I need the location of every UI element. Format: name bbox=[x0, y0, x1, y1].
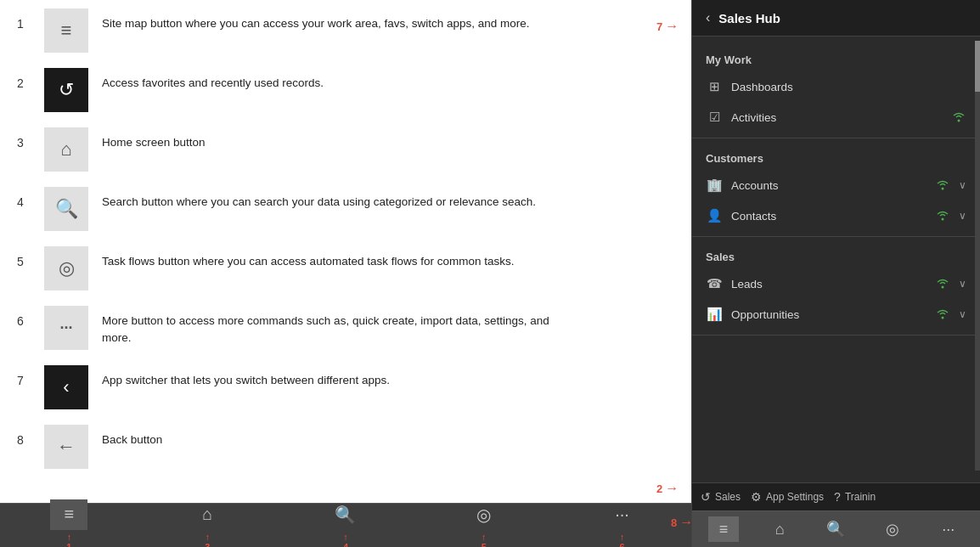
sidebar-divider bbox=[692, 138, 980, 138]
item-icon-2[interactable]: ↺ bbox=[44, 68, 88, 112]
sidebar-section-label: Sales bbox=[692, 242, 980, 268]
navbar-num-annotation: 4 bbox=[343, 542, 348, 548]
item-icon-1[interactable]: ≡ bbox=[44, 8, 88, 53]
sidebar-item-label: Activities bbox=[731, 111, 943, 124]
bottom-tab-icon: ⚙ bbox=[751, 490, 762, 504]
item-desc-2: Access favorites and recently used recor… bbox=[102, 68, 324, 92]
navbar-arrow-annotation: ↑ bbox=[343, 532, 348, 542]
svg-point-2 bbox=[942, 217, 944, 220]
navbar-item-6[interactable]: ···↑6 bbox=[604, 499, 641, 548]
navbar-icon-symbol: ··· bbox=[933, 516, 964, 542]
item-number: 7 bbox=[17, 374, 31, 387]
sidebar-item-contacts[interactable]: 👤Contacts∨ bbox=[692, 200, 980, 231]
sidebar-item-icon: ⊞ bbox=[706, 79, 723, 94]
sidebar-divider bbox=[692, 335, 980, 336]
item-row: 5◎Task flows button where you can access… bbox=[17, 246, 674, 290]
item-desc-6: More button to access more commands such… bbox=[102, 306, 577, 347]
item-row: 4🔍Search button where you can search you… bbox=[17, 187, 674, 231]
item-number: 5 bbox=[17, 255, 31, 268]
sidebar-item-wifi-icon bbox=[935, 277, 950, 291]
navbar-icon-1[interactable]: ≡ bbox=[708, 516, 739, 542]
sidebar-item-chevron-icon: ∨ bbox=[959, 278, 966, 290]
navbar-icon-symbol: 🔍 bbox=[820, 516, 851, 542]
sidebar-item-leads[interactable]: ☎Leads∨ bbox=[692, 268, 980, 299]
navbar-num-annotation: 6 bbox=[620, 542, 625, 548]
sidebar-item-icon: ☎ bbox=[706, 276, 723, 291]
navbar-item-4[interactable]: 🔍↑4 bbox=[327, 499, 364, 548]
item-desc-7: App switcher that lets you switch betwee… bbox=[102, 365, 390, 389]
sidebar-item-label: Dashboards bbox=[731, 81, 966, 93]
bottom-tab-sales[interactable]: ↺Sales bbox=[701, 490, 741, 504]
sidebar-item-dashboards[interactable]: ⊞Dashboards bbox=[692, 71, 980, 102]
svg-point-3 bbox=[942, 285, 944, 288]
scrollbar-thumb[interactable] bbox=[975, 41, 980, 92]
item-row: 3⌂Home screen button bbox=[17, 127, 674, 172]
item-icon-7[interactable]: ‹ bbox=[44, 365, 88, 409]
sidebar-item-activities[interactable]: ☑Activities bbox=[692, 102, 980, 133]
item-icon-6[interactable]: ··· bbox=[44, 306, 88, 350]
sidebar-item-wifi-icon bbox=[951, 110, 966, 125]
sidebar-item-label: Leads bbox=[731, 278, 926, 290]
item-row: 2↺Access favorites and recently used rec… bbox=[17, 68, 674, 112]
sidebar-navbar: ≡⌂🔍◎··· bbox=[692, 510, 980, 547]
item-icon-3[interactable]: ⌂ bbox=[44, 127, 88, 172]
sidebar-item-icon: 👤 bbox=[706, 208, 723, 223]
sidebar-divider bbox=[692, 236, 980, 237]
bottom-tab-app settings[interactable]: ⚙App Settings bbox=[751, 490, 824, 504]
navbar-arrow-annotation: ↑ bbox=[482, 532, 487, 542]
svg-point-0 bbox=[958, 119, 960, 121]
navbar-icon-symbol: ≡ bbox=[708, 516, 739, 542]
bottom-tab-label: App Settings bbox=[766, 491, 824, 503]
navbar-arrow-annotation: ↑ bbox=[620, 532, 625, 542]
navbar-item-3[interactable]: ⌂↑3 bbox=[189, 499, 226, 548]
sidebar-section-label: My Work bbox=[692, 45, 980, 71]
navbar-icon-symbol: ◎ bbox=[877, 516, 908, 542]
sidebar-item-wifi-icon bbox=[935, 307, 950, 322]
sidebar-item-chevron-icon: ∨ bbox=[959, 210, 966, 222]
bottom-tab-icon: ↺ bbox=[701, 490, 711, 504]
sidebar-item-label: Contacts bbox=[731, 210, 926, 223]
sidebar-title: Sales Hub bbox=[718, 11, 780, 25]
navbar-icon-6[interactable]: ··· bbox=[933, 516, 964, 542]
right-panel: 7 → ‹ Sales Hub My Work⊞Dashboards☑Activ… bbox=[691, 0, 980, 547]
item-icon-8[interactable]: ← bbox=[44, 425, 88, 469]
navbar-icon: 🔍 bbox=[327, 499, 364, 530]
sidebar-item-chevron-icon: ∨ bbox=[959, 308, 966, 320]
sidebar-item-opportunities[interactable]: 📊Opportunities∨ bbox=[692, 299, 980, 330]
sidebar-item-icon: 🏢 bbox=[706, 178, 723, 193]
sidebar-item-wifi-icon bbox=[935, 178, 950, 193]
bottom-tab-trainin[interactable]: ?Trainin bbox=[834, 490, 876, 504]
sidebar-bottom-tabs: ↺Sales⚙App Settings?Trainin bbox=[692, 482, 980, 510]
navbar-item-5[interactable]: ◎↑5 bbox=[465, 499, 503, 548]
item-row: 8←Back button bbox=[17, 425, 674, 469]
navbar-item-1[interactable]: ≡↑1 bbox=[50, 499, 87, 548]
item-desc-3: Home screen button bbox=[102, 127, 206, 151]
item-desc-1: Site map button where you can access you… bbox=[102, 8, 530, 32]
navbar-icon: ··· bbox=[604, 499, 641, 530]
sidebar-content: My Work⊞Dashboards☑ActivitiesCustomers🏢A… bbox=[692, 37, 980, 482]
item-number: 4 bbox=[17, 195, 31, 209]
navbar-icon: ≡ bbox=[50, 499, 87, 530]
item-icon-4[interactable]: 🔍 bbox=[44, 187, 88, 231]
sidebar-back-button[interactable]: ‹ bbox=[706, 10, 710, 25]
navbar-icon-4[interactable]: 🔍 bbox=[820, 516, 851, 542]
sidebar-item-label: Accounts bbox=[731, 179, 926, 192]
item-desc-8: Back button bbox=[102, 425, 162, 448]
annotation-2-label: 2 bbox=[656, 482, 662, 495]
annotation-2-arrow: → bbox=[665, 481, 679, 496]
item-row: 1≡Site map button where you can access y… bbox=[17, 8, 674, 53]
navbar-icon: ◎ bbox=[465, 499, 503, 530]
annotation-8: 8→ bbox=[671, 515, 693, 530]
item-number: 3 bbox=[17, 136, 31, 149]
item-icon-5[interactable]: ◎ bbox=[44, 246, 88, 290]
navbar-icon-3[interactable]: ⌂ bbox=[764, 516, 795, 542]
item-row: 6···More button to access more commands … bbox=[17, 306, 674, 350]
bottom-tab-icon: ? bbox=[834, 490, 841, 504]
navbar-icon-5[interactable]: ◎ bbox=[877, 516, 908, 542]
sidebar-item-label: Opportunities bbox=[731, 308, 926, 321]
sidebar-item-icon: 📊 bbox=[706, 307, 723, 322]
sidebar-item-accounts[interactable]: 🏢Accounts∨ bbox=[692, 170, 980, 200]
item-desc-4: Search button where you can search your … bbox=[102, 187, 536, 211]
scrollbar-track[interactable] bbox=[975, 41, 980, 471]
svg-point-4 bbox=[942, 316, 944, 319]
